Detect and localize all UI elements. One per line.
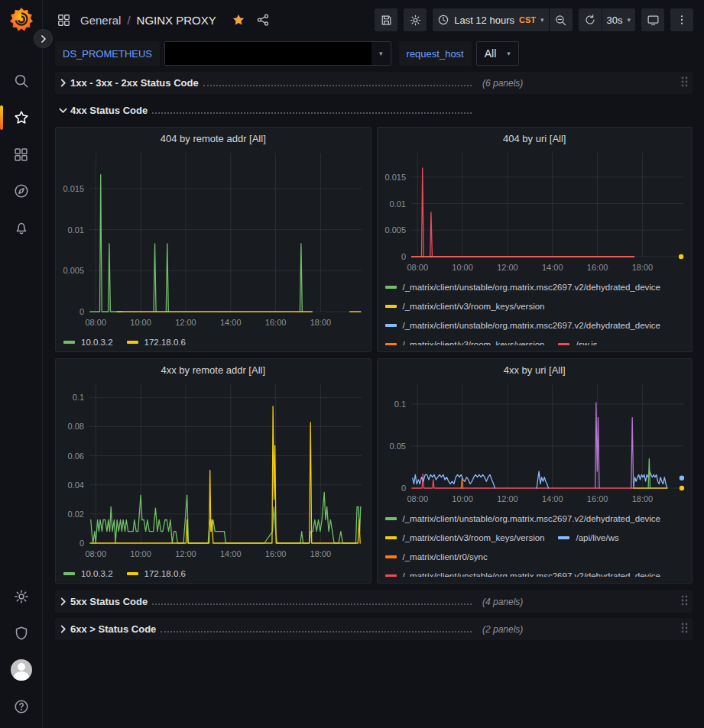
- svg-text:14:00: 14:00: [542, 494, 563, 503]
- monitor-icon: [647, 14, 660, 27]
- legend-item[interactable]: 172.18.0.6: [127, 564, 186, 583]
- legend-label: /_matrix/client/unstable/org.matrix.msc2…: [403, 571, 661, 578]
- legend-item[interactable]: /_matrix/client/v3/room_keys/version: [385, 296, 545, 315]
- breadcrumb-dashboard-title[interactable]: NGINX PROXY: [137, 14, 216, 27]
- panel-header[interactable]: 404 by remote addr [All]: [56, 128, 371, 150]
- row-5xx[interactable]: 5xx Status Code (4 panels): [55, 590, 693, 613]
- variable-value-dropdown[interactable]: All ▾: [476, 41, 519, 66]
- legend-item[interactable]: /_matrix/client/unstable/org.matrix.msc2…: [385, 315, 661, 335]
- legend-item[interactable]: /api/live/ws: [558, 528, 618, 547]
- variable-label[interactable]: DS_PROMETHEUS: [55, 41, 160, 66]
- star-filled-icon[interactable]: [232, 13, 245, 27]
- save-dashboard-button[interactable]: [375, 8, 397, 31]
- legend-item[interactable]: /_matrix/client/v3/room_keys/version: [385, 528, 545, 547]
- panel-header[interactable]: 4xx by remote addr [All]: [56, 359, 371, 381]
- legend-item[interactable]: 10.0.3.2: [63, 332, 113, 351]
- legend-swatch: [127, 572, 138, 575]
- star-icon: [13, 109, 30, 126]
- svg-text:0.005: 0.005: [384, 225, 406, 235]
- time-series-chart[interactable]: 00.020.040.060.080.108:0010:0012:0014:00…: [59, 381, 368, 563]
- time-series-chart[interactable]: 00.0050.010.01508:0010:0012:0014:0016:00…: [381, 150, 689, 277]
- refresh-group: 30s ▾: [579, 8, 636, 31]
- drag-handle-icon: [680, 594, 688, 607]
- svg-text:0.02: 0.02: [68, 510, 84, 519]
- refresh-button[interactable]: [579, 8, 602, 31]
- legend-item[interactable]: /_matrix/client/v3/room_keys/version: [385, 335, 545, 345]
- legend-swatch: [385, 517, 397, 520]
- svg-text:08:00: 08:00: [85, 318, 106, 327]
- panel-header[interactable]: 404 by uri [All]: [378, 128, 693, 150]
- sidebar-item-alerting[interactable]: [0, 209, 43, 246]
- grafana-logo[interactable]: [8, 6, 34, 32]
- sidebar-item-explore[interactable]: [0, 173, 43, 209]
- time-series-chart[interactable]: 00.0050.010.01508:0010:0012:0014:0016:00…: [59, 150, 368, 332]
- compass-icon: [13, 183, 30, 199]
- time-series-chart[interactable]: 00.050.108:0010:0012:0014:0016:0018:00: [381, 381, 689, 508]
- row-6xx[interactable]: 6xx > Status Code (2 panels): [55, 618, 693, 640]
- legend-label: /_matrix/client/v3/room_keys/version: [403, 533, 545, 542]
- breadcrumb-folder[interactable]: General: [80, 14, 121, 27]
- row-4xx[interactable]: 4xx Status Code: [55, 99, 693, 121]
- share-alt-icon[interactable]: [256, 13, 270, 27]
- legend-label: /sw.js: [576, 340, 597, 346]
- row-drag-handle[interactable]: [680, 622, 693, 637]
- legend-label: /_matrix/client/unstable/org.matrix.msc2…: [403, 321, 661, 330]
- panel-legend: /_matrix/client/unstable/org.matrix.msc2…: [378, 508, 693, 577]
- panel-title: 4xx by uri [All]: [504, 364, 566, 376]
- legend-item[interactable]: 10.0.3.2: [63, 564, 113, 583]
- chevron-right-icon: [39, 34, 48, 44]
- row-drag-handle[interactable]: [680, 594, 693, 610]
- top-navbar: General / NGINX PROXY Last 12 hours CST …: [43, 0, 704, 40]
- legend-swatch: [385, 536, 397, 539]
- row-1xx-3xx-2xx[interactable]: 1xx - 3xx - 2xx Status Code (6 panels): [55, 72, 693, 94]
- legend-item[interactable]: /_matrix/client/unstable/org.matrix.msc2…: [385, 277, 661, 296]
- variable-value-dropdown[interactable]: ▾: [164, 41, 391, 66]
- svg-text:10:00: 10:00: [452, 263, 473, 272]
- help-icon: [13, 698, 30, 715]
- legend-label: /_matrix/client/v3/room_keys/version: [403, 340, 545, 346]
- legend-item[interactable]: /_matrix/client/unstable/org.matrix.msc2…: [385, 566, 661, 577]
- svg-text:18:00: 18:00: [310, 549, 332, 558]
- breadcrumb-separator: /: [127, 14, 130, 27]
- variable-label[interactable]: request_host: [399, 41, 472, 66]
- sidebar-item-dashboards[interactable]: [0, 136, 43, 173]
- time-range-button[interactable]: Last 12 hours CST ▾: [433, 8, 548, 31]
- panel-legend: /_matrix/client/unstable/org.matrix.msc2…: [378, 277, 693, 345]
- avatar: [11, 659, 32, 681]
- sidebar-item-search[interactable]: [0, 63, 43, 99]
- legend-item[interactable]: /_matrix/client/unstable/org.matrix.msc2…: [385, 509, 661, 528]
- sidebar-item-help[interactable]: [0, 688, 43, 725]
- sidebar-item-configuration[interactable]: [0, 578, 43, 615]
- legend-item[interactable]: 172.18.0.6: [127, 332, 186, 351]
- save-icon: [380, 14, 393, 27]
- search-icon: [13, 73, 30, 89]
- legend-label: 10.0.3.2: [81, 569, 113, 578]
- panel-legend: 10.0.3.2172.18.0.6: [56, 563, 371, 583]
- refresh-interval-dropdown[interactable]: 30s ▾: [602, 8, 636, 31]
- legend-swatch: [385, 286, 397, 289]
- sidebar-item-server-admin[interactable]: [0, 615, 43, 652]
- svg-text:0.06: 0.06: [68, 451, 84, 461]
- navbar-actions: Last 12 hours CST ▾ 30s ▾: [375, 8, 693, 31]
- cycle-view-mode-button[interactable]: [641, 8, 664, 31]
- svg-text:0.01: 0.01: [389, 199, 405, 209]
- panel-header[interactable]: 4xx by uri [All]: [378, 359, 693, 381]
- kebab-menu-button[interactable]: [670, 8, 693, 31]
- sidebar-item-starred[interactable]: [0, 99, 43, 136]
- svg-text:08:00: 08:00: [85, 549, 106, 558]
- svg-text:0.005: 0.005: [63, 266, 84, 275]
- svg-text:12:00: 12:00: [175, 549, 196, 558]
- expand-sidebar-button[interactable]: [34, 29, 53, 48]
- svg-text:0.05: 0.05: [389, 442, 405, 451]
- legend-item[interactable]: /_matrix/client/r0/sync: [385, 547, 488, 566]
- gear-icon: [409, 14, 422, 27]
- zoom-out-time-button[interactable]: [550, 8, 573, 31]
- zoom-out-icon: [554, 14, 567, 27]
- svg-text:18:00: 18:00: [310, 318, 332, 327]
- row-drag-handle[interactable]: [680, 76, 693, 91]
- dashboard-settings-button[interactable]: [404, 8, 427, 31]
- bell-icon: [13, 219, 30, 236]
- svg-text:18:00: 18:00: [631, 494, 653, 503]
- legend-item[interactable]: /sw.js: [558, 335, 597, 345]
- sidebar-item-profile[interactable]: [0, 652, 43, 688]
